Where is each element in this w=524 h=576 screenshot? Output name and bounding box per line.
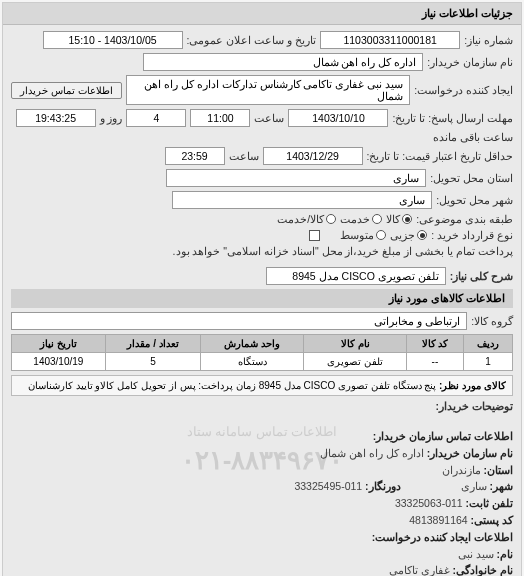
contact-fax-value: 011-33325495 (294, 480, 362, 492)
items-section-title: اطلاعات کالاهای مورد نیاز (11, 289, 513, 308)
remaining-time-label: ساعت باقی مانده (433, 131, 513, 143)
requester-name-label: نام: (497, 548, 514, 560)
contact-city-label: شهر: (490, 480, 514, 492)
opt-goods-service-label: کالا/خدمت (277, 213, 324, 225)
cell-date: 1403/10/19 (12, 353, 106, 371)
contact-post-label: کد پستی: (471, 514, 513, 526)
items-table: ردیف کد کالا نام کالا واحد شمارش تعداد /… (11, 334, 513, 371)
buyer-org-label: نام سازمان خریدار: (427, 56, 513, 68)
contact-location: استان: مازندران (11, 462, 513, 479)
row-validity: حداقل تاریخ اعتبار قیمت: تا تاریخ: 1403/… (11, 147, 513, 165)
th-name: نام کالا (304, 335, 407, 353)
panel-body: شماره نیاز: 1103003311000181 تاریخ و ساع… (3, 25, 521, 422)
city-label: شهر محل تحویل: (436, 194, 513, 206)
opt-medium-label: متوسط (340, 229, 374, 241)
item-note-label: کالای مورد نظر: (439, 380, 506, 391)
public-datetime-value: 1403/10/05 - 15:10 (43, 31, 183, 49)
requester-family-label: نام خانوادگی: (453, 564, 513, 576)
th-unit: واحد شمارش (201, 335, 304, 353)
radio-goods-service[interactable]: کالا/خدمت (277, 213, 336, 225)
request-no-label: شماره نیاز: (464, 34, 513, 46)
contact-title: اطلاعات تماس سازمان خریدار: (11, 428, 513, 445)
panel-title: جزئیات اطلاعات نیاز (3, 3, 521, 25)
cell-index: 1 (463, 353, 512, 371)
group-label: گروه کالا: (471, 315, 513, 327)
row-request-no: شماره نیاز: 1103003311000181 تاریخ و ساع… (11, 31, 513, 49)
radio-medium[interactable]: متوسط (340, 229, 386, 241)
cell-unit: دستگاه (201, 353, 304, 371)
row-buyer-notes: توضیحات خریدار: (11, 400, 513, 412)
contact-province-value: مازندران (442, 464, 481, 476)
validity-date-value: 1403/12/29 (263, 147, 363, 165)
radio-goods[interactable]: کالا (386, 213, 412, 225)
remaining-time-value: 19:43:25 (16, 109, 96, 127)
item-note-box: کالای مورد نظر: پنج دستگاه تلفن تصوری CI… (11, 375, 513, 396)
th-date: تاریخ نیاز (12, 335, 106, 353)
contact-tel-row: تلفن ثابت: 011-33325063 (11, 495, 513, 512)
province-value: ساری (166, 169, 426, 187)
item-note-value: پنج دستگاه تلفن تصوری CISCO مدل 8945 زما… (28, 380, 436, 391)
buyer-contact-button[interactable]: اطلاعات تماس خریدار (11, 82, 122, 99)
radio-dot-icon (417, 230, 427, 240)
cell-code: -- (407, 353, 464, 371)
deadline-date-value: 1403/10/10 (288, 109, 388, 127)
table-header-row: ردیف کد کالا نام کالا واحد شمارش تعداد /… (12, 335, 513, 353)
contact-city-row: شهر: ساری دورنگار: 011-33325495 (11, 478, 513, 495)
contact-post-value: 4813891164 (409, 514, 467, 526)
opt-service-label: خدمت (340, 213, 370, 225)
requester-section-title: اطلاعات ایجاد کننده درخواست: (11, 529, 513, 546)
cell-name: تلفن تصویری (304, 353, 407, 371)
row-delivery-province: استان محل تحویل: ساری (11, 169, 513, 187)
contact-org: نام سازمان خریدار: اداره کل راه اهن شمال (11, 445, 513, 462)
requester-family-row: نام خانوادگی: غفاری تاکامی (11, 562, 513, 576)
table-row[interactable]: 1 -- تلفن تصویری دستگاه 5 1403/10/19 (12, 353, 513, 371)
radio-dot-icon (376, 230, 386, 240)
buyer-org-value: اداره کل راه اهن شمال (143, 53, 423, 71)
row-value-type: نوع قرارداد خرید : جزیی متوسط پرداخت تما… (11, 229, 513, 257)
group-value: ارتباطی و مخابراتی (11, 312, 467, 330)
requester-label: ایجاد کننده درخواست: (414, 84, 513, 96)
contact-post-row: کد پستی: 4813891164 (11, 512, 513, 529)
th-qty: تعداد / مقدار (105, 335, 201, 353)
city-value: ساری (172, 191, 432, 209)
days-value: 4 (126, 109, 186, 127)
validity-time-label: ساعت (229, 150, 259, 162)
radio-small[interactable]: جزیی (390, 229, 427, 241)
contact-section: اطلاعات تماس سامانه ستاد ۰۲۱-۸۸۳۴۹۶۷۰ اط… (3, 422, 521, 576)
details-panel: جزئیات اطلاعات نیاز شماره نیاز: 11030033… (2, 2, 522, 576)
validity-time-value: 23:59 (165, 147, 225, 165)
radio-dot-icon (326, 214, 336, 224)
contact-fax-label: دورنگار: (365, 480, 401, 492)
requester-name-value: سید نبی (458, 548, 494, 560)
row-deadline: مهلت ارسال پاسخ: تا تاریخ: 1403/10/10 سا… (11, 109, 513, 143)
requester-value: سید نبی غفاری تاکامی کارشناس تدارکات ادا… (126, 75, 411, 105)
desc-label: شرح کلی نیاز: (450, 270, 513, 282)
contact-tel-label: تلفن ثابت: (466, 497, 513, 509)
requester-family-value: غفاری تاکامی (389, 564, 450, 576)
public-datetime-label: تاریخ و ساعت اعلان عمومی: (187, 34, 317, 46)
radio-dot-icon (372, 214, 382, 224)
row-category: طبقه بندی موضوعی: کالا خدمت کالا/خدمت (11, 213, 513, 225)
contact-section-title: اطلاعات تماس سازمان خریدار: (373, 430, 513, 442)
validity-label: حداقل تاریخ اعتبار قیمت: تا تاریخ: (367, 150, 513, 162)
contact-city-value: ساری (461, 480, 487, 492)
requester-name-row: نام: سید نبی (11, 546, 513, 563)
deadline-label: مهلت ارسال پاسخ: تا تاریخ: (392, 112, 513, 124)
opt-small-label: جزیی (390, 229, 415, 241)
row-group: گروه کالا: ارتباطی و مخابراتی (11, 312, 513, 330)
row-buyer-org: نام سازمان خریدار: اداره کل راه اهن شمال (11, 53, 513, 71)
category-label: طبقه بندی موضوعی: (416, 213, 513, 225)
pay-note-label: پرداخت تمام یا بخشی از مبلغ خرید،از محل … (173, 245, 513, 257)
treasury-checkbox[interactable] (309, 230, 320, 241)
contact-org-value: اداره کل راه اهن شمال (320, 447, 424, 459)
days-label: روز و (100, 112, 123, 124)
desc-value: تلفن تصویری CISCO مدل 8945 (266, 267, 446, 285)
contact-province-label: استان: (484, 464, 514, 476)
cell-qty: 5 (105, 353, 201, 371)
row-desc: شرح کلی نیاز: تلفن تصویری CISCO مدل 8945 (11, 267, 513, 285)
contact-tel-value: 011-33325063 (395, 497, 463, 509)
th-index: ردیف (463, 335, 512, 353)
value-type-label: نوع قرارداد خرید : (431, 229, 513, 241)
radio-service[interactable]: خدمت (340, 213, 382, 225)
row-requester: ایجاد کننده درخواست: سید نبی غفاری تاکام… (11, 75, 513, 105)
